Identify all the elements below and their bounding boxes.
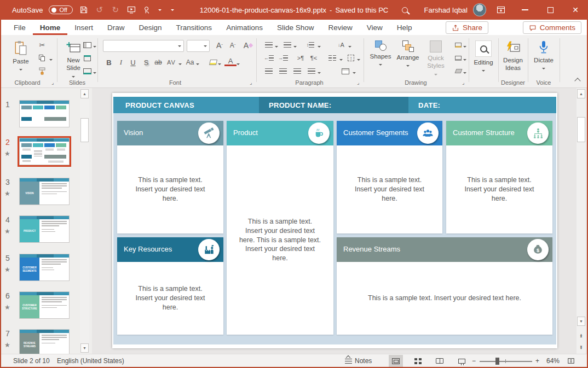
shape-outline-dropdown-icon[interactable] bbox=[463, 59, 466, 62]
bullets-dropdown-icon[interactable] bbox=[275, 46, 278, 49]
share-button[interactable]: Share bbox=[446, 21, 488, 34]
ltr-paragraph-icon[interactable]: >¶ bbox=[295, 52, 307, 63]
tab-review[interactable]: Review bbox=[321, 20, 359, 35]
user-name[interactable]: Farshad Iqbal bbox=[424, 6, 468, 14]
slide-area-scrollbar[interactable]: ▲ ▼ ▲▲ ▼▼ bbox=[577, 88, 586, 354]
shapes-button[interactable]: Shapes bbox=[367, 38, 394, 83]
thumbnail-scrollbar[interactable]: ▲ ▼ bbox=[80, 88, 89, 354]
scrollbar-thumb[interactable] bbox=[577, 117, 585, 142]
tab-insert[interactable]: Insert bbox=[67, 20, 100, 35]
product-name-segment[interactable]: PRODUCT NAME: bbox=[259, 97, 408, 113]
tab-draw[interactable]: Draw bbox=[100, 20, 132, 35]
customize-qat-icon[interactable] bbox=[171, 9, 174, 13]
bullets-icon[interactable] bbox=[263, 39, 275, 50]
change-case-icon[interactable]: Aa bbox=[184, 57, 196, 68]
convert-to-smartart-icon[interactable] bbox=[339, 66, 351, 77]
customer-segments-card[interactable]: Customer Segments This is a sample text.… bbox=[337, 121, 442, 233]
key-resources-card[interactable]: Key Resources This is a sample text. Ins… bbox=[117, 237, 223, 335]
tab-help[interactable]: Help bbox=[390, 20, 419, 35]
dictate-button[interactable]: Dictate bbox=[530, 38, 557, 83]
touch-mode-dropdown-icon[interactable] bbox=[158, 9, 162, 13]
shrink-font-icon[interactable]: Aˇ bbox=[227, 40, 239, 51]
customer-structure-card-text[interactable]: This is a sample text. Insert your desir… bbox=[446, 145, 552, 233]
bold-icon[interactable]: B bbox=[103, 57, 115, 68]
tab-home[interactable]: Home bbox=[33, 20, 68, 35]
slide-thumbnail-1[interactable] bbox=[19, 100, 70, 127]
collapse-ribbon-icon[interactable] bbox=[572, 74, 584, 85]
italic-icon[interactable]: I bbox=[115, 57, 127, 68]
columns-dropdown-icon[interactable] bbox=[339, 59, 343, 62]
character-spacing-icon[interactable]: AV bbox=[165, 57, 177, 68]
copy-icon[interactable] bbox=[36, 52, 48, 63]
notes-toggle[interactable]: Notes bbox=[345, 354, 372, 367]
reading-view-button[interactable] bbox=[433, 355, 447, 367]
highlight-color-icon[interactable] bbox=[207, 57, 219, 68]
font-name-combo[interactable] bbox=[103, 40, 184, 52]
drawing-dialog-launcher[interactable]: ⌟ bbox=[460, 79, 466, 86]
numbering-icon[interactable] bbox=[281, 39, 293, 50]
comments-button[interactable]: Comments bbox=[523, 21, 581, 34]
slide-sorter-view-button[interactable] bbox=[411, 355, 425, 367]
justify-icon[interactable] bbox=[305, 66, 318, 77]
shape-outline-icon[interactable] bbox=[452, 52, 464, 63]
font-dialog-launcher[interactable]: ⌟ bbox=[247, 79, 254, 86]
highlight-dropdown-icon[interactable] bbox=[218, 63, 221, 67]
scroll-down-icon[interactable]: ▼ bbox=[577, 317, 585, 326]
increase-indent-icon[interactable]: → bbox=[277, 52, 289, 63]
touch-mouse-mode-icon[interactable] bbox=[142, 5, 152, 15]
autosave-toggle[interactable]: Off bbox=[49, 5, 72, 14]
paragraph-dialog-launcher[interactable]: ⌟ bbox=[355, 79, 361, 86]
align-text-dropdown-icon[interactable] bbox=[357, 59, 360, 62]
slide-thumbnail-7[interactable]: REVENUE STREAMS bbox=[19, 329, 70, 354]
format-painter-icon[interactable] bbox=[36, 66, 48, 77]
normal-view-button[interactable] bbox=[389, 355, 403, 367]
slide-thumbnail-4[interactable]: PRODUCT bbox=[19, 215, 70, 243]
reset-slide-icon[interactable] bbox=[81, 52, 93, 63]
line-spacing-icon[interactable]: ↕ bbox=[304, 39, 316, 50]
slide-thumbnail-3[interactable]: VISION bbox=[19, 178, 70, 205]
minimize-button[interactable] bbox=[512, 0, 538, 20]
quick-styles-button[interactable]: Quick Styles bbox=[422, 38, 450, 83]
thumbnail-scrollbar-thumb[interactable] bbox=[80, 118, 89, 142]
arrange-button[interactable]: Arrange bbox=[394, 38, 422, 83]
user-avatar[interactable] bbox=[473, 3, 486, 16]
search-icon[interactable] bbox=[400, 5, 410, 15]
paste-button[interactable]: Paste bbox=[7, 38, 35, 83]
redo-icon[interactable]: ↻ bbox=[111, 5, 120, 15]
shape-fill-icon[interactable] bbox=[452, 39, 464, 50]
scroll-up-icon[interactable]: ▲ bbox=[577, 89, 585, 98]
numbering-dropdown-icon[interactable] bbox=[293, 46, 297, 49]
ribbon-display-options-icon[interactable] bbox=[496, 5, 506, 15]
section-icon[interactable] bbox=[81, 66, 93, 77]
justify-dropdown-icon[interactable] bbox=[318, 72, 321, 75]
slide-thumbnail-5[interactable]: CUSTOMER SEGMENTS bbox=[19, 254, 70, 281]
key-resources-card-text[interactable]: This is a sample text. Insert your desir… bbox=[117, 262, 223, 335]
clipboard-dialog-launcher[interactable]: ⌟ bbox=[49, 79, 56, 86]
undo-icon[interactable]: ↺ bbox=[95, 5, 105, 15]
font-size-combo[interactable] bbox=[187, 40, 210, 52]
underline-icon[interactable]: U bbox=[127, 57, 139, 68]
align-text-icon[interactable]: ↕ bbox=[345, 52, 357, 63]
copy-dropdown-icon[interactable] bbox=[49, 59, 53, 62]
section-dropdown-icon[interactable] bbox=[93, 72, 96, 75]
align-center-icon[interactable] bbox=[277, 66, 289, 77]
design-ideas-button[interactable]: Design Ideas bbox=[499, 38, 527, 83]
slideshow-view-button[interactable] bbox=[454, 355, 469, 367]
strikethrough-icon[interactable]: ab bbox=[152, 57, 164, 68]
smartart-dropdown-icon[interactable] bbox=[353, 72, 356, 75]
cut-icon[interactable]: ✂ bbox=[36, 39, 48, 50]
customer-segments-card-text[interactable]: This is a sample text. Insert your desir… bbox=[337, 145, 442, 233]
tab-slide-show[interactable]: Slide Show bbox=[270, 20, 321, 35]
tab-file[interactable]: File bbox=[7, 20, 33, 35]
date-segment[interactable]: DATE: bbox=[408, 97, 556, 113]
canvas-title-segment[interactable]: PRODUCT CANVAS bbox=[113, 97, 259, 113]
product-card-text[interactable]: This is a sample text. Insert your desir… bbox=[227, 145, 333, 335]
previous-slide-button[interactable]: ▲▲ bbox=[577, 331, 585, 340]
change-case-dropdown-icon[interactable] bbox=[196, 63, 199, 67]
next-slide-button[interactable]: ▼▼ bbox=[577, 343, 585, 352]
character-spacing-dropdown-icon[interactable] bbox=[178, 63, 182, 67]
tab-transitions[interactable]: Transitions bbox=[169, 20, 220, 35]
clear-formatting-icon[interactable]: A bbox=[242, 40, 254, 51]
columns-icon[interactable] bbox=[326, 52, 338, 63]
tab-view[interactable]: View bbox=[360, 20, 390, 35]
